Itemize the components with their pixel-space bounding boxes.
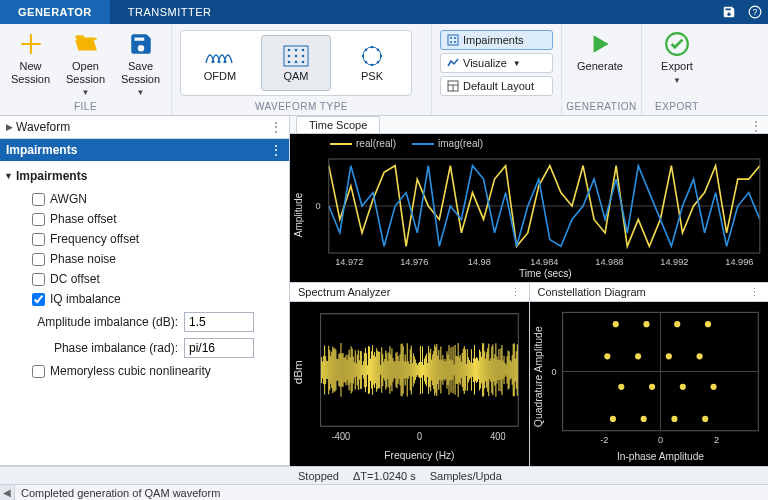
legend-real: real(real) xyxy=(356,138,396,149)
dc-offset-checkbox[interactable]: DC offset xyxy=(4,269,285,289)
time-scope-plot: real(real) imag(real) Amplitude 0 14.972… xyxy=(290,134,768,282)
impairments-accordion-header[interactable]: Impairments ⋮ xyxy=(0,139,289,161)
constellation-plot: Quadrature Amplitude 0 -2 0 2 In-phase A… xyxy=(530,302,769,466)
svg-point-251 xyxy=(643,321,649,327)
phase-offset-checkbox[interactable]: Phase offset xyxy=(4,209,285,229)
svg-text:14.992: 14.992 xyxy=(660,257,688,267)
svg-point-262 xyxy=(609,416,615,422)
svg-text:14.976: 14.976 xyxy=(400,257,428,267)
ofdm-icon xyxy=(205,45,235,67)
phase-noise-checkbox[interactable]: Phase noise xyxy=(4,249,285,269)
svg-point-23 xyxy=(454,37,456,39)
status-stopped: Stopped xyxy=(298,470,339,482)
svg-point-254 xyxy=(604,353,610,359)
group-label-file: FILE xyxy=(0,101,171,115)
main-area: ▶ Waveform ⋮ Impairments ⋮ ▼ Impairments… xyxy=(0,116,768,466)
svg-point-252 xyxy=(674,321,680,327)
svg-point-24 xyxy=(450,41,452,43)
svg-rect-21 xyxy=(448,35,458,45)
visualize-button[interactable]: Visualize▼ xyxy=(440,53,553,73)
amp-imbalance-input[interactable] xyxy=(184,312,254,332)
waveform-ofdm-button[interactable]: OFDM xyxy=(185,35,255,91)
new-session-button[interactable]: New Session xyxy=(8,28,53,85)
svg-point-10 xyxy=(295,60,298,63)
svg-point-250 xyxy=(612,321,618,327)
waveform-psk-button[interactable]: PSK xyxy=(337,35,407,91)
svg-point-257 xyxy=(696,353,702,359)
visualize-icon xyxy=(447,57,459,69)
chevron-down-icon: ▼ xyxy=(4,171,16,181)
svg-point-5 xyxy=(302,48,305,51)
svg-text:In-phase Amplitude: In-phase Amplitude xyxy=(616,451,703,462)
collapse-handle[interactable]: ◀ xyxy=(0,487,14,498)
svg-point-18 xyxy=(377,60,380,63)
svg-text:14.996: 14.996 xyxy=(725,257,753,267)
svg-point-260 xyxy=(679,384,685,390)
waveform-accordion-header[interactable]: ▶ Waveform ⋮ xyxy=(0,116,289,138)
svg-text:0: 0 xyxy=(551,367,556,377)
svg-point-16 xyxy=(362,54,365,57)
ribbon: New Session Open Session ▼ Save Session … xyxy=(0,24,768,116)
tab-transmitter[interactable]: TRANSMITTER xyxy=(110,0,230,24)
generate-button[interactable]: Generate xyxy=(570,28,630,73)
svg-point-263 xyxy=(640,416,646,422)
open-session-button[interactable]: Open Session ▼ xyxy=(63,28,108,98)
spectrum-plot: dBm -400 0 400 Frequency (Hz) xyxy=(290,302,529,466)
svg-point-6 xyxy=(288,54,291,57)
svg-text:dBm: dBm xyxy=(293,360,304,384)
svg-point-9 xyxy=(288,60,291,63)
awgn-checkbox[interactable]: AWGN xyxy=(4,189,285,209)
impairments-icon xyxy=(447,34,459,46)
svg-point-265 xyxy=(702,416,708,422)
svg-text:Frequency (Hz): Frequency (Hz) xyxy=(384,448,454,461)
frequency-offset-checkbox[interactable]: Frequency offset xyxy=(4,229,285,249)
phase-imbalance-input[interactable] xyxy=(184,338,254,358)
qam-icon xyxy=(283,45,309,67)
default-layout-button[interactable]: Default Layout xyxy=(440,76,553,96)
folder-open-icon xyxy=(72,30,100,58)
tab-generator[interactable]: GENERATOR xyxy=(0,0,110,24)
kebab-icon[interactable]: ⋮ xyxy=(269,120,283,134)
svg-text:0: 0 xyxy=(657,435,662,445)
svg-point-22 xyxy=(450,37,452,39)
svg-text:14.98: 14.98 xyxy=(468,257,491,267)
kebab-icon[interactable]: ⋮ xyxy=(269,143,283,157)
kebab-icon[interactable]: ⋮ xyxy=(750,119,762,133)
chevron-down-icon: ▼ xyxy=(137,88,145,97)
chevron-right-icon: ▶ xyxy=(6,122,16,132)
iq-imbalance-checkbox[interactable]: IQ imbalance xyxy=(4,289,285,309)
left-panel: ▶ Waveform ⋮ Impairments ⋮ ▼ Impairments… xyxy=(0,116,290,466)
svg-point-14 xyxy=(380,54,383,57)
svg-point-13 xyxy=(371,45,374,48)
chevron-down-icon: ▼ xyxy=(673,76,681,85)
right-panel: Time Scope ⋮ real(real) imag(real) Ampli… xyxy=(290,116,768,466)
svg-text:0: 0 xyxy=(417,431,423,443)
floppy-icon xyxy=(127,30,155,58)
svg-text:2: 2 xyxy=(713,435,718,445)
impairments-subheader[interactable]: ▼ Impairments xyxy=(4,167,285,189)
play-icon xyxy=(586,30,614,58)
save-icon[interactable] xyxy=(716,0,742,24)
time-scope-tabbar: Time Scope ⋮ xyxy=(290,116,768,134)
svg-text:400: 400 xyxy=(490,431,506,443)
kebab-icon[interactable]: ⋮ xyxy=(510,286,521,299)
kebab-icon[interactable]: ⋮ xyxy=(749,286,760,299)
svg-point-8 xyxy=(302,54,305,57)
memoryless-checkbox[interactable]: Memoryless cubic nonlinearity xyxy=(4,361,285,381)
help-icon[interactable]: ? xyxy=(742,0,768,24)
svg-point-17 xyxy=(377,48,380,51)
plus-icon xyxy=(17,30,45,58)
impairments-toggle[interactable]: Impairments xyxy=(440,30,553,50)
svg-point-258 xyxy=(618,384,624,390)
group-label-waveform: WAVEFORM TYPE xyxy=(172,101,431,115)
save-session-button[interactable]: Save Session ▼ xyxy=(118,28,163,98)
svg-point-261 xyxy=(710,384,716,390)
svg-text:14.988: 14.988 xyxy=(595,257,623,267)
svg-point-19 xyxy=(365,60,368,63)
constellation-header: Constellation Diagram⋮ xyxy=(530,282,769,302)
export-button[interactable]: Export▼ xyxy=(650,28,704,85)
check-circle-icon xyxy=(663,30,691,58)
time-scope-tab[interactable]: Time Scope xyxy=(296,116,380,133)
chevron-down-icon: ▼ xyxy=(513,59,521,68)
waveform-qam-button[interactable]: QAM xyxy=(261,35,331,91)
